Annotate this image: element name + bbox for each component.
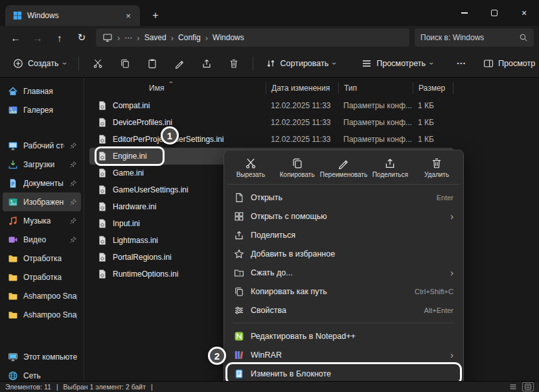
view-toggles (507, 382, 534, 391)
delete-button[interactable] (221, 53, 247, 74)
search-input[interactable]: Поиск в: Windows (415, 29, 534, 47)
explorer-tab[interactable]: Windows × (5, 5, 140, 26)
quick-delete-button[interactable]: Удалить (413, 156, 460, 180)
breadcrumb-windows[interactable]: Windows (212, 33, 244, 42)
sort-label: Сортировать (281, 59, 329, 68)
breadcrumb-saved[interactable]: Saved (144, 33, 166, 42)
sidebar-item-network[interactable]: Сеть (3, 366, 81, 381)
sort-button[interactable]: Сортировать › (259, 53, 343, 74)
cut-button[interactable] (85, 53, 111, 74)
notepad-icon (234, 369, 244, 379)
menu-item-copy-as-path[interactable]: Копировать как путь Ctrl+Shift+C (227, 282, 460, 301)
location-monitor-icon (102, 32, 113, 43)
menu-item-open-with[interactable]: Открыть с помощью › (227, 207, 460, 225)
sidebar-item-this-pc[interactable]: Этот компьютер (3, 347, 81, 366)
quick-cut-button[interactable]: Вырезать (227, 156, 274, 180)
menu-item-label: Копировать как путь (251, 287, 327, 296)
file-type: Параметры конф... (338, 101, 413, 110)
titlebar: Windows × + × (0, 0, 539, 26)
menu-item-properties[interactable]: Свойства Alt+Enter (227, 301, 460, 319)
ini-file-icon (97, 235, 108, 246)
menu-item-winrar[interactable]: WinRAR › (227, 345, 460, 364)
sidebar-item-gallery[interactable]: Галерея (3, 100, 81, 119)
menu-item-add-favorite[interactable]: Добавить в избранное (227, 244, 460, 263)
file-row[interactable]: Compat.ini 12.02.2025 11:33 Параметры ко… (89, 97, 453, 114)
menu-item-label: Открыть (251, 193, 282, 202)
address-bar[interactable]: › ··· › Saved › Config › Windows (96, 29, 409, 47)
sidebar-item-home[interactable]: Главная (3, 82, 81, 100)
quick-share-button[interactable]: Поделиться (367, 156, 413, 180)
column-header-name[interactable]: › Имя (89, 82, 266, 94)
sidebar-item-label: Документы (23, 179, 63, 188)
menu-item-label: Свойства (251, 306, 286, 315)
up-button[interactable]: ↑ (49, 29, 70, 47)
file-name: DeviceProfiles.ini (113, 118, 172, 127)
breadcrumb-config[interactable]: Config (178, 33, 201, 42)
annotation-box-engine-ini (95, 146, 165, 166)
chevron-down-icon: › (60, 62, 69, 65)
rename-button[interactable] (166, 53, 192, 74)
sidebar-item-music[interactable]: Музыка (3, 211, 81, 230)
quick-actions-row: Вырезать Копировать Переименовать Подели… (227, 154, 460, 185)
more-options-button[interactable]: ··· (448, 53, 474, 74)
new-button[interactable]: Создать › (6, 53, 73, 74)
tab-close-icon[interactable]: × (122, 9, 135, 22)
sidebar-item-pictures[interactable]: Изображени (3, 192, 81, 211)
file-name: Game.ini (113, 168, 144, 178)
quick-rename-button[interactable]: Переименовать (321, 156, 367, 180)
desktop-icon (8, 141, 18, 151)
quick-action-label: Удалить (424, 171, 449, 178)
list-view-toggle[interactable] (507, 382, 519, 391)
items-count: Элементов: 11 (5, 383, 51, 391)
network-icon (8, 371, 18, 381)
sidebar-item-label: Отработка (23, 254, 62, 263)
preview-toggle-button[interactable]: Просмотр (477, 53, 539, 74)
new-tab-button[interactable]: + (146, 7, 165, 24)
menu-item-share[interactable]: Поделиться (227, 225, 460, 244)
sidebar-item-folder[interactable]: Отработка (3, 268, 81, 286)
file-row[interactable]: DeviceProfiles.ini 12.02.2025 11:33 Пара… (89, 114, 453, 131)
menu-item-compress[interactable]: Сжать до... › (227, 263, 460, 282)
view-button[interactable]: Просмотреть › (355, 53, 439, 74)
sidebar-item-desktop[interactable]: Рабочий сто (3, 136, 81, 155)
rename-icon (174, 58, 185, 69)
sidebar-gap (0, 324, 84, 347)
file-type: Параметры конф... (338, 118, 413, 127)
shortcut-label: Alt+Enter (424, 306, 453, 314)
sidebar-item-downloads[interactable]: Загрузки (3, 155, 81, 174)
paste-button[interactable] (139, 53, 165, 74)
back-button[interactable]: ← (5, 29, 26, 47)
menu-item-open[interactable]: Открыть Enter (227, 188, 460, 207)
pin-icon (69, 236, 77, 244)
sidebar-item-folder[interactable]: Ashampoo Snap (3, 286, 81, 305)
ini-file-icon (97, 185, 108, 195)
breadcrumb-overflow[interactable]: ··· (124, 33, 132, 42)
column-header-size[interactable]: Размер (413, 82, 453, 94)
file-row[interactable]: EditorPerProjectUserSettings.ini 12.02.2… (89, 131, 453, 148)
sidebar-item-label: Этот компьютер (23, 352, 77, 362)
file-name: Compat.ini (113, 101, 150, 110)
sort-ascending-icon: › (165, 81, 177, 83)
trash-icon (229, 58, 239, 69)
column-header-type[interactable]: Тип (338, 82, 413, 94)
sidebar-item-folder[interactable]: Ashampoo Snap (3, 305, 81, 324)
column-header-date[interactable]: Дата изменения (266, 82, 338, 94)
copy-button[interactable] (112, 53, 138, 74)
quick-copy-button[interactable]: Копировать (274, 156, 321, 180)
sidebar-item-videos[interactable]: Видео (3, 230, 81, 249)
gallery-icon (8, 105, 18, 115)
sidebar-item-label: Галерея (23, 106, 53, 115)
close-button[interactable]: × (509, 0, 539, 26)
sidebar-item-documents[interactable]: Документы (3, 174, 81, 192)
command-bar: Создать › Сортировать › Просмотреть › ··… (0, 49, 539, 78)
sidebar-item-folder[interactable]: Отработка (3, 249, 81, 268)
sidebar-item-label: Сеть (23, 371, 41, 380)
maximize-button[interactable] (479, 0, 509, 26)
refresh-button[interactable]: ↻ (71, 29, 92, 47)
menu-item-edit-notepad-plus-plus[interactable]: Редактировать в Notepad++ (227, 327, 460, 345)
forward-button[interactable]: → (27, 29, 48, 47)
menu-item-edit-in-notepad[interactable]: Изменить в Блокноте (227, 364, 460, 383)
details-view-toggle[interactable] (522, 382, 534, 391)
minimize-button[interactable] (450, 0, 479, 26)
share-button[interactable] (194, 53, 220, 74)
